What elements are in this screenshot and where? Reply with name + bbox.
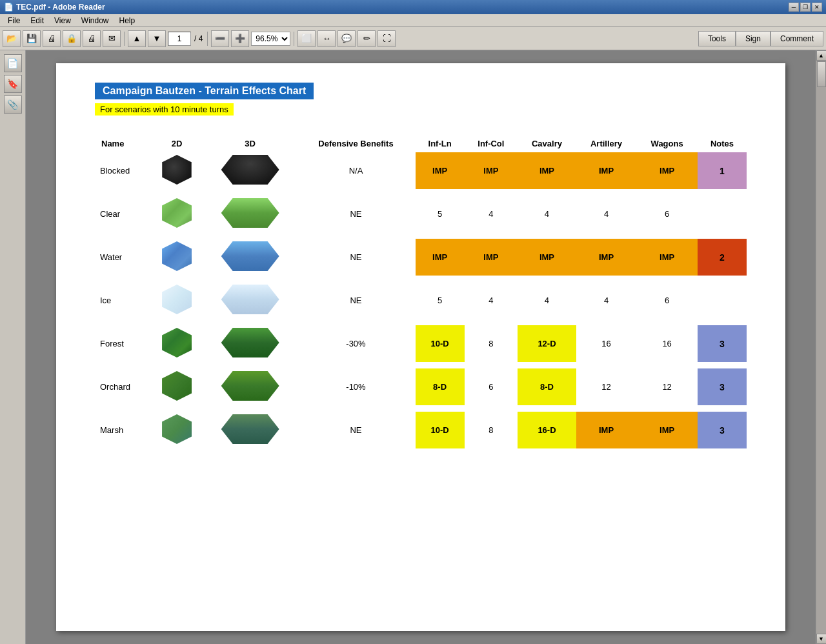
cell-artillery: IMP xyxy=(576,152,636,189)
cell-inf-col: 4 xyxy=(465,196,518,232)
zoom-in-button[interactable]: ➕ xyxy=(231,30,249,47)
cell-notes: 3 xyxy=(698,368,747,405)
fit-width-button[interactable]: ↔ xyxy=(317,30,336,47)
scroll-down-arrow[interactable]: ▼ xyxy=(816,634,827,644)
page-total: / 4 xyxy=(193,34,204,43)
prev-page-button[interactable]: ▲ xyxy=(128,30,146,47)
table-row: WaterNEIMPIMPIMPIMPIMP2 xyxy=(95,239,747,276)
menu-file[interactable]: File xyxy=(3,15,25,26)
col-header-name: Name xyxy=(95,135,150,152)
table-row: Forest-30%10-D812-D16163 xyxy=(95,325,747,362)
fullscreen-button[interactable]: ⛶ xyxy=(378,30,396,47)
col-header-3d: 3D xyxy=(204,135,296,152)
table-row: MarshNE10-D816-DIMPIMP3 xyxy=(95,412,747,448)
cell-cavalry: 16-D xyxy=(518,412,576,448)
cell-def-benefit: NE xyxy=(296,196,415,232)
cell-2d xyxy=(150,325,204,362)
cell-inf-col: 8 xyxy=(465,412,518,448)
cell-wagons: 16 xyxy=(636,325,698,362)
email-button[interactable]: ✉ xyxy=(103,30,121,47)
cell-inf-col: IMP xyxy=(465,152,518,189)
cell-inf-ln: 5 xyxy=(416,282,465,319)
cell-cavalry: IMP xyxy=(518,152,576,189)
cell-cavalry: 8-D xyxy=(518,368,576,405)
zoom-out-button[interactable]: ➖ xyxy=(211,30,229,47)
cell-2d xyxy=(150,239,204,276)
table-row: ClearNE54446 xyxy=(95,196,747,232)
close-button[interactable]: ✕ xyxy=(812,3,822,12)
tools-button[interactable]: Tools xyxy=(698,31,736,46)
tec-table: Name 2D 3D Defensive Benefits Inf-Ln Inf… xyxy=(95,135,747,448)
cell-cavalry: 4 xyxy=(518,196,576,232)
left-panel: 📄 🔖 📎 xyxy=(0,50,26,644)
cell-inf-col: 8 xyxy=(465,325,518,362)
col-header-infln: Inf-Ln xyxy=(416,135,465,152)
page-panel-btn[interactable]: 📄 xyxy=(4,54,22,72)
cell-wagons: 6 xyxy=(636,196,698,232)
secure-button[interactable]: 🔒 xyxy=(63,30,81,47)
cell-artillery: 16 xyxy=(576,325,636,362)
cell-artillery: 4 xyxy=(576,282,636,319)
cell-inf-ln: 10-D xyxy=(416,412,465,448)
comment-button[interactable]: Comment xyxy=(771,31,823,46)
save-button[interactable]: 💾 xyxy=(23,30,41,47)
sign-button[interactable]: Sign xyxy=(736,31,771,46)
page-input[interactable] xyxy=(168,32,191,46)
cell-artillery: IMP xyxy=(576,239,636,276)
print-button[interactable]: 🖨 xyxy=(83,30,101,47)
scroll-up-arrow[interactable]: ▲ xyxy=(816,50,827,61)
cell-cavalry: 12-D xyxy=(518,325,576,362)
app-body: 📄 🔖 📎 Campaign Bautzen - Terrain Effects… xyxy=(0,50,826,644)
print-setup-button[interactable]: 🖨 xyxy=(43,30,61,47)
cell-wagons: IMP xyxy=(636,412,698,448)
cell-3d xyxy=(204,368,296,405)
minimize-button[interactable]: ─ xyxy=(789,3,799,12)
cell-def-benefit: N/A xyxy=(296,152,415,189)
cell-name: Marsh xyxy=(95,412,150,448)
right-tools: Tools Sign Comment xyxy=(698,31,823,46)
scroll-thumb[interactable] xyxy=(817,61,826,87)
cell-3d xyxy=(204,196,296,232)
cell-inf-col: IMP xyxy=(465,239,518,276)
markup-button[interactable]: ✏ xyxy=(358,30,376,47)
cell-notes: 1 xyxy=(698,152,747,189)
cell-notes: 3 xyxy=(698,412,747,448)
col-header-cav: Cavalry xyxy=(518,135,576,152)
cell-2d xyxy=(150,282,204,319)
bookmark-btn[interactable]: 🔖 xyxy=(4,75,22,93)
cell-wagons: 12 xyxy=(636,368,698,405)
col-header-2d: 2D xyxy=(150,135,204,152)
app-icon: 📄 xyxy=(4,3,14,12)
scroll-track[interactable] xyxy=(816,61,827,634)
toolbar-separator xyxy=(124,32,125,46)
menu-window[interactable]: Window xyxy=(76,15,114,26)
next-page-button[interactable]: ▼ xyxy=(148,30,166,47)
cell-inf-col: 6 xyxy=(465,368,518,405)
cell-3d xyxy=(204,325,296,362)
cell-wagons: 6 xyxy=(636,282,698,319)
cell-3d xyxy=(204,152,296,189)
zoom-select[interactable]: 96.5% 100% 75% 50% xyxy=(251,32,290,46)
cell-inf-col: 4 xyxy=(465,282,518,319)
cell-3d xyxy=(204,412,296,448)
cell-inf-ln: IMP xyxy=(416,152,465,189)
table-row: BlockedN/AIMPIMPIMPIMPIMP1 xyxy=(95,152,747,189)
menu-edit[interactable]: Edit xyxy=(25,15,49,26)
attachment-btn[interactable]: 📎 xyxy=(4,96,22,114)
menu-help[interactable]: Help xyxy=(114,15,141,26)
cell-inf-ln: 8-D xyxy=(416,368,465,405)
cell-2d xyxy=(150,196,204,232)
col-header-art: Artillery xyxy=(576,135,636,152)
pdf-page: Campaign Bautzen - Terrain Effects Chart… xyxy=(56,63,785,631)
toolbar-separator-2 xyxy=(207,32,208,46)
comment-btn2[interactable]: 💬 xyxy=(337,30,356,47)
fit-page-button[interactable]: ⬜ xyxy=(297,30,316,47)
main-content: Campaign Bautzen - Terrain Effects Chart… xyxy=(26,50,816,644)
open-button[interactable]: 📂 xyxy=(3,30,21,47)
table-row: Orchard-10%8-D68-D12123 xyxy=(95,368,747,405)
cell-def-benefit: -30% xyxy=(296,325,415,362)
menu-view[interactable]: View xyxy=(49,15,76,26)
cell-def-benefit: NE xyxy=(296,412,415,448)
restore-button[interactable]: ❒ xyxy=(800,3,811,12)
cell-artillery: IMP xyxy=(576,412,636,448)
